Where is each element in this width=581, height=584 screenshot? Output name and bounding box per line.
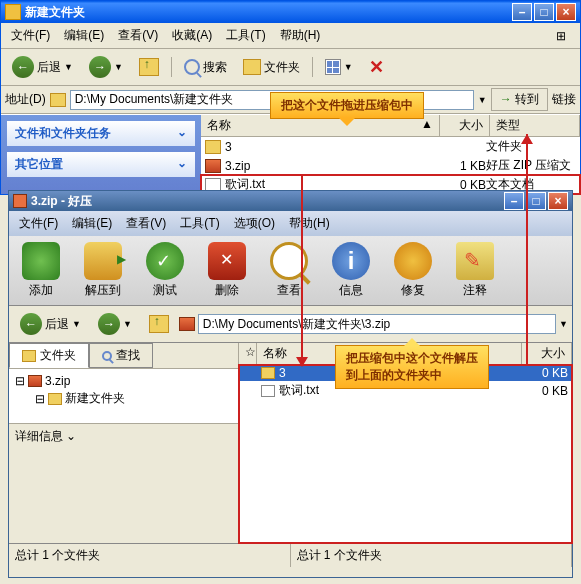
callout-extract: 把压缩包中这个文件解压到上面的文件夹中 (335, 345, 489, 389)
up-button[interactable] (142, 311, 176, 337)
menu-edit[interactable]: 编辑(E) (58, 25, 110, 46)
tree-item[interactable]: ⊟ 3.zip (13, 373, 234, 389)
status-right: 总计 1 个文件夹 (291, 544, 573, 567)
back-button[interactable]: ← 后退 ▼ (5, 52, 80, 82)
chevron-down-icon: ⌄ (177, 125, 187, 142)
chevron-down-icon: ▼ (123, 319, 132, 329)
delete-button[interactable]: ✕ (362, 52, 391, 82)
folders-label: 文件夹 (264, 59, 300, 76)
delete-button[interactable]: 删除 (203, 242, 251, 299)
folder-up-icon (149, 315, 169, 333)
forward-button[interactable]: →▼ (91, 309, 139, 339)
col-type[interactable]: 类型 (490, 115, 580, 136)
minimize-button[interactable]: – (504, 192, 524, 210)
detail-panel: 详细信息 ⌄ (9, 423, 238, 543)
menu-tools[interactable]: 工具(T) (174, 213, 225, 234)
add-icon (22, 242, 60, 280)
search-button[interactable]: 搜索 (177, 55, 234, 80)
menu-tools[interactable]: 工具(T) (220, 25, 271, 46)
comment-icon (456, 242, 494, 280)
comment-button[interactable]: 注释 (451, 242, 499, 299)
menu-options[interactable]: 选项(O) (228, 213, 281, 234)
arrow-up-icon (521, 128, 533, 144)
minimize-button[interactable]: – (512, 3, 532, 21)
extract-button[interactable]: 解压到 (79, 242, 127, 299)
task-other[interactable]: 其它位置 ⌄ (7, 152, 195, 177)
back-icon: ← (20, 313, 42, 335)
haozip-icon (13, 194, 27, 208)
chevron-down-icon: ▼ (114, 62, 123, 72)
up-button[interactable] (132, 54, 166, 80)
repair-button[interactable]: 修复 (389, 242, 437, 299)
menu-file[interactable]: 文件(F) (13, 213, 64, 234)
col-icon[interactable]: ☆ (239, 343, 257, 364)
forward-icon: → (89, 56, 111, 78)
col-size[interactable]: 大小 (440, 115, 490, 136)
forward-button[interactable]: → ▼ (82, 52, 130, 82)
zip-icon (179, 317, 195, 331)
window-title: 3.zip - 好压 (31, 193, 504, 210)
file-row[interactable]: 3.zip 1 KB 好压 ZIP 压缩文 (201, 156, 580, 175)
zip-icon (28, 375, 42, 387)
go-button[interactable]: → 转到 (491, 88, 548, 111)
view-button[interactable]: 查看 (265, 242, 313, 299)
search-label: 搜索 (203, 59, 227, 76)
status-left: 总计 1 个文件夹 (9, 544, 291, 567)
folder-icon (5, 4, 21, 20)
delete-icon (208, 242, 246, 280)
red-arrow-line (526, 134, 528, 364)
menu-help[interactable]: 帮助(H) (274, 25, 327, 46)
forward-icon: → (98, 313, 120, 335)
folders-button[interactable]: 文件夹 (236, 55, 307, 80)
chevron-down-icon[interactable]: ⌄ (66, 429, 76, 443)
add-button[interactable]: 添加 (17, 242, 65, 299)
separator (171, 57, 172, 77)
test-icon (146, 242, 184, 280)
menu-help[interactable]: 帮助(H) (283, 213, 336, 234)
chevron-down-icon: ▼ (72, 319, 81, 329)
folder-icon (48, 393, 62, 405)
task-files[interactable]: 文件和文件夹任务 ⌄ (7, 121, 195, 146)
menu-fav[interactable]: 收藏(A) (166, 25, 218, 46)
tab-folders[interactable]: 文件夹 (9, 343, 89, 368)
extract-icon (84, 242, 122, 280)
window-title: 新建文件夹 (25, 4, 512, 21)
close-button[interactable]: × (548, 192, 568, 210)
test-button[interactable]: 测试 (141, 242, 189, 299)
folders-icon (22, 350, 36, 362)
tree-item[interactable]: ⊟ 新建文件夹 (13, 389, 234, 408)
file-list: 3 0 KB 歌词.txt 0 KB (239, 365, 572, 543)
maximize-button[interactable]: □ (534, 3, 554, 21)
chevron-down-icon: ▼ (344, 62, 353, 72)
tab-search[interactable]: 查找 (89, 343, 153, 368)
close-button[interactable]: × (556, 3, 576, 21)
search-icon (184, 59, 200, 75)
back-button[interactable]: ← 后退 ▼ (13, 309, 88, 339)
callout-drag-in: 把这个文件拖进压缩包中 (270, 92, 424, 119)
menu-view[interactable]: 查看(V) (112, 25, 164, 46)
info-button[interactable]: i信息 (327, 242, 375, 299)
back-icon: ← (12, 56, 34, 78)
red-arrow-line (301, 176, 303, 359)
menu-edit[interactable]: 编辑(E) (66, 213, 118, 234)
path-input[interactable] (198, 314, 556, 334)
zip-icon (205, 159, 221, 173)
col-size[interactable]: 大小 (522, 343, 572, 364)
menubar: 文件(F) 编辑(E) 查看(V) 收藏(A) 工具(T) 帮助(H) ⊞ (1, 23, 580, 49)
windows-logo-icon: ⊞ (546, 25, 576, 46)
sidebar: 文件和文件夹任务 ⌄ 其它位置 ⌄ (1, 115, 201, 194)
menu-view[interactable]: 查看(V) (120, 213, 172, 234)
menu-file[interactable]: 文件(F) (5, 25, 56, 46)
chevron-down-icon[interactable]: ▼ (559, 319, 568, 329)
x-icon: ✕ (369, 56, 384, 78)
menubar: 文件(F) 编辑(E) 查看(V) 工具(T) 选项(O) 帮助(H) (9, 211, 572, 236)
maximize-button[interactable]: □ (526, 192, 546, 210)
links-label: 链接 (552, 91, 576, 108)
file-list: 名称 ▲ 大小 类型 3 文件夹 3.zip 1 KB 好压 ZIP 压缩文 歌… (201, 115, 580, 194)
folder-tree: ⊟ 3.zip ⊟ 新建文件夹 (9, 368, 238, 423)
views-button[interactable]: ▼ (318, 55, 360, 79)
address-label: 地址(D) (5, 91, 46, 108)
chevron-down-icon[interactable]: ▼ (478, 95, 487, 105)
info-icon: i (332, 242, 370, 280)
folder-icon (261, 367, 275, 379)
